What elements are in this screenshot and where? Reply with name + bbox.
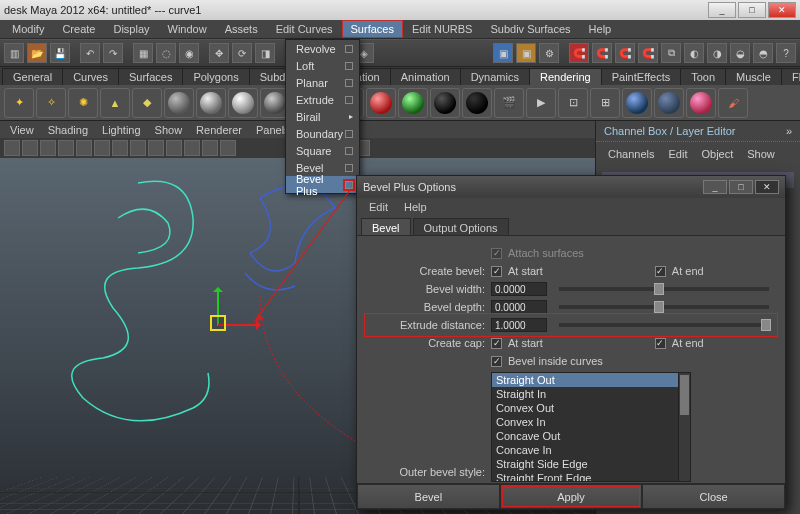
shelf-tab-polygons[interactable]: Polygons xyxy=(182,68,249,85)
menu-item-assets[interactable]: Assets xyxy=(217,21,266,37)
new-scene-icon[interactable]: ▥ xyxy=(4,43,24,63)
menu-item-surfaces[interactable]: Surfaces xyxy=(343,21,402,37)
surfaces-menu-birail[interactable]: Birail▸ xyxy=(286,108,359,125)
tab-output-options[interactable]: Output Options xyxy=(413,218,509,235)
surfaces-menu-planar[interactable]: Planar xyxy=(286,74,359,91)
option-box-icon[interactable] xyxy=(345,96,353,104)
channel-tab-channels[interactable]: Channels xyxy=(604,146,658,162)
vp-icon[interactable] xyxy=(94,140,110,156)
create-bevel-start-checkbox[interactable] xyxy=(491,266,502,277)
magnet-3-icon[interactable]: 🧲 xyxy=(638,43,658,63)
create-bevel-end-checkbox[interactable] xyxy=(655,266,666,277)
construction-history-icon[interactable]: ⧉ xyxy=(661,43,681,63)
magnet-red-icon[interactable]: 🧲 xyxy=(569,43,589,63)
bevel-width-field[interactable]: 0.0000 xyxy=(491,282,547,296)
shelf-hypershade-icon[interactable]: ⊡ xyxy=(558,88,588,118)
close-button[interactable]: ✕ xyxy=(768,2,796,18)
move-center-handle[interactable] xyxy=(210,315,226,331)
channel-tab-edit[interactable]: Edit xyxy=(664,146,691,162)
viewport-menu-view[interactable]: View xyxy=(4,123,40,137)
create-cap-start-checkbox[interactable] xyxy=(491,338,502,349)
undo-icon[interactable]: ↶ xyxy=(80,43,100,63)
viewport-menu-renderer[interactable]: Renderer xyxy=(190,123,248,137)
style-option[interactable]: Straight In xyxy=(492,387,690,401)
shelf-tab-rendering[interactable]: Rendering xyxy=(529,68,602,85)
viewport-menu-shading[interactable]: Shading xyxy=(42,123,94,137)
style-option[interactable]: Straight Out xyxy=(492,373,690,387)
toggle-a-icon[interactable]: ◐ xyxy=(684,43,704,63)
style-option[interactable]: Concave In xyxy=(492,443,690,457)
option-box-icon[interactable] xyxy=(345,62,353,70)
toggle-d-icon[interactable]: ◓ xyxy=(753,43,773,63)
shelf-lambert-icon[interactable] xyxy=(164,88,194,118)
render-icon[interactable]: ▣ xyxy=(493,43,513,63)
shelf-tab-painteffects[interactable]: PaintEffects xyxy=(601,68,682,85)
bevel-inside-curves-checkbox[interactable] xyxy=(491,356,502,367)
shelf-globe2-icon[interactable] xyxy=(654,88,684,118)
magnet-2-icon[interactable]: 🧲 xyxy=(615,43,635,63)
lasso-tool-icon[interactable]: ◌ xyxy=(156,43,176,63)
surfaces-menu-square[interactable]: Square xyxy=(286,142,359,159)
shelf-light5-icon[interactable]: ◆ xyxy=(132,88,162,118)
vp-icon[interactable] xyxy=(148,140,164,156)
style-option[interactable]: Convex In xyxy=(492,415,690,429)
vp-icon[interactable] xyxy=(184,140,200,156)
dialog-menu-edit[interactable]: Edit xyxy=(363,200,394,214)
ipr-render-icon[interactable]: ▣ xyxy=(516,43,536,63)
vp-icon[interactable] xyxy=(4,140,20,156)
vp-icon[interactable] xyxy=(40,140,56,156)
paint-select-icon[interactable]: ◉ xyxy=(179,43,199,63)
shelf-blinn-icon[interactable] xyxy=(196,88,226,118)
menu-item-edit-nurbs[interactable]: Edit NURBS xyxy=(404,21,481,37)
bevel-depth-field[interactable]: 0.0000 xyxy=(491,300,547,314)
dialog-title-bar[interactable]: Bevel Plus Options _ □ ✕ xyxy=(357,176,785,198)
list-scrollbar[interactable] xyxy=(678,373,690,481)
surfaces-menu-loft[interactable]: Loft xyxy=(286,57,359,74)
scale-tool-icon[interactable]: ◨ xyxy=(255,43,275,63)
viewport-menu-lighting[interactable]: Lighting xyxy=(96,123,147,137)
channel-tab-show[interactable]: Show xyxy=(743,146,779,162)
shelf-light1-icon[interactable]: ✦ xyxy=(4,88,34,118)
style-option[interactable]: Convex Out xyxy=(492,401,690,415)
extrude-distance-slider[interactable] xyxy=(559,323,769,327)
viewport-menu-show[interactable]: Show xyxy=(149,123,189,137)
menu-item-help[interactable]: Help xyxy=(581,21,620,37)
style-option[interactable]: Straight Side Edge xyxy=(492,457,690,471)
vp-icon[interactable] xyxy=(130,140,146,156)
vp-icon[interactable] xyxy=(58,140,74,156)
tab-bevel[interactable]: Bevel xyxy=(361,218,411,235)
extrude-distance-field[interactable]: 1.0000 xyxy=(491,318,547,332)
shelf-globe1-icon[interactable] xyxy=(622,88,652,118)
vp-icon[interactable] xyxy=(112,140,128,156)
shelf-tab-fluids[interactable]: Fluids xyxy=(781,68,800,85)
option-box-icon[interactable] xyxy=(345,181,353,189)
shelf-tab-general[interactable]: General xyxy=(2,68,63,85)
maximize-button[interactable]: □ xyxy=(738,2,766,18)
open-scene-icon[interactable]: 📂 xyxy=(27,43,47,63)
option-box-icon[interactable] xyxy=(345,45,353,53)
select-tool-icon[interactable]: ▦ xyxy=(133,43,153,63)
apply-button[interactable]: Apply xyxy=(500,484,643,509)
surfaces-menu-extrude[interactable]: Extrude xyxy=(286,91,359,108)
style-option[interactable]: Straight Front Edge xyxy=(492,471,690,482)
menu-item-edit-curves[interactable]: Edit Curves xyxy=(268,21,341,37)
shelf-tab-toon[interactable]: Toon xyxy=(680,68,726,85)
shelf-black-icon[interactable] xyxy=(430,88,460,118)
shelf-red-icon[interactable] xyxy=(366,88,396,118)
menu-item-window[interactable]: Window xyxy=(160,21,215,37)
menu-item-modify[interactable]: Modify xyxy=(4,21,52,37)
dialog-maximize-button[interactable]: □ xyxy=(729,180,753,194)
vp-icon[interactable] xyxy=(166,140,182,156)
close-button[interactable]: Close xyxy=(642,484,785,509)
shelf-brush-icon[interactable]: 🖌 xyxy=(718,88,748,118)
save-scene-icon[interactable]: 💾 xyxy=(50,43,70,63)
menu-item-subdiv-surfaces[interactable]: Subdiv Surfaces xyxy=(482,21,578,37)
outer-bevel-style-list[interactable]: Straight OutStraight InConvex OutConvex … xyxy=(491,372,691,482)
surfaces-menu-boundary[interactable]: Boundary xyxy=(286,125,359,142)
vp-icon[interactable] xyxy=(76,140,92,156)
vp-icon[interactable] xyxy=(22,140,38,156)
redo-icon[interactable]: ↷ xyxy=(103,43,123,63)
dialog-menu-help[interactable]: Help xyxy=(398,200,433,214)
channel-tab-object[interactable]: Object xyxy=(697,146,737,162)
vp-icon[interactable] xyxy=(220,140,236,156)
